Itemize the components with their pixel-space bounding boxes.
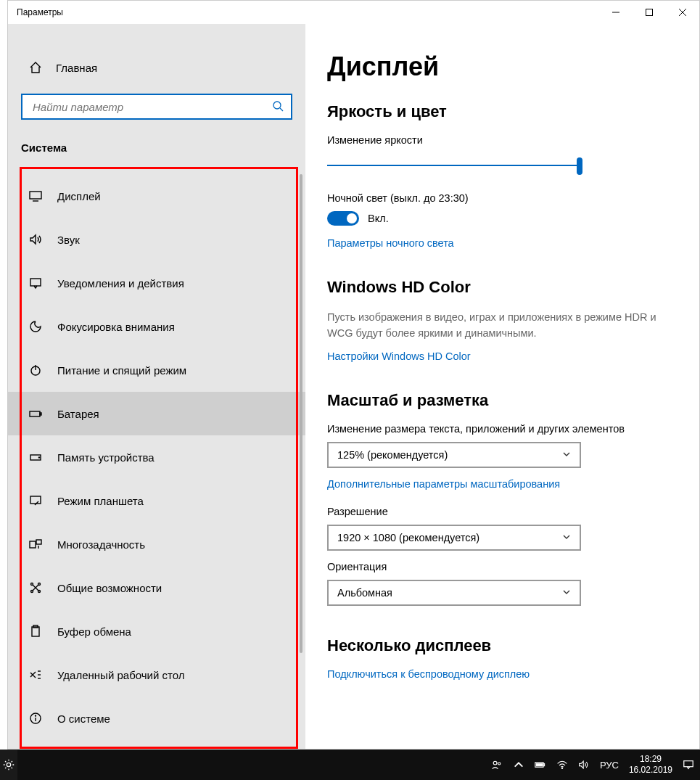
remote-icon [28,668,43,682]
notifications-icon [28,276,43,290]
chevron-down-icon [562,532,571,543]
nav-item-display[interactable]: Дисплей [8,174,305,218]
svg-rect-15 [30,496,41,504]
close-button[interactable] [666,1,699,24]
hdcolor-desc: Пусть изображения в видео, играх и прило… [327,310,678,342]
svg-rect-11 [30,411,40,416]
action-center-icon[interactable] [683,759,694,771]
shared-icon [28,580,43,595]
orientation-label: Ориентация [327,561,678,572]
chevron-down-icon [562,449,571,461]
resolution-dropdown[interactable]: 1920 × 1080 (рекомендуется) [327,525,581,551]
hdcolor-heading: Windows HD Color [327,278,678,297]
svg-rect-16 [30,541,36,548]
content-area: Дисплей Яркость и цвет Изменение яркости… [305,24,699,749]
taskbar: РУС 18:29 16.02.2019 [0,750,700,780]
nav-item-remote[interactable]: Удаленный рабочий стол [8,653,305,697]
svg-rect-35 [543,763,545,765]
nav-item-sound[interactable]: Звук [8,218,305,261]
category-label: Система [8,120,305,167]
maximize-button[interactable] [633,1,666,24]
page-title: Дисплей [327,52,678,82]
nightlight-toggle[interactable] [327,211,359,226]
sidebar: Главная Система Дисплей [8,24,305,749]
display-icon [28,189,43,203]
volume-icon[interactable] [578,759,590,771]
titlebar: Параметры [8,1,699,24]
home-label: Главная [56,62,97,74]
battery-icon [28,406,43,421]
svg-rect-8 [30,279,41,286]
brightness-label: Изменение яркости [327,134,678,146]
system-tray: РУС 18:29 16.02.2019 [491,754,694,776]
svg-rect-12 [40,413,41,415]
svg-rect-1 [646,9,653,16]
power-icon [28,363,43,377]
tray-chevron-icon[interactable] [513,759,524,771]
scale-label: Изменение размера текста, приложений и д… [327,423,678,435]
nav-area: Дисплей Звук Уведомления и действия Фоку… [8,167,305,749]
svg-point-33 [498,763,500,765]
scale-heading: Масштаб и разметка [327,391,678,410]
search-box[interactable] [21,94,292,120]
language-indicator[interactable]: РУС [600,760,619,771]
scale-dropdown[interactable]: 125% (рекомендуется) [327,442,581,468]
settings-gear-icon[interactable] [0,750,17,780]
window-body: Главная Система Дисплей [8,24,699,749]
search-input[interactable] [33,101,272,113]
nav-item-battery[interactable]: Батарея [8,392,305,435]
nav-item-multitask[interactable]: Многозадачность [8,522,305,566]
scrollbar[interactable] [300,174,302,653]
nav-item-clipboard[interactable]: Буфер обмена [8,609,305,653]
nav-item-shared[interactable]: Общие возможности [8,566,305,609]
search-icon [272,100,284,114]
svg-rect-6 [30,192,41,199]
svg-point-31 [7,763,10,766]
about-icon [28,711,43,726]
svg-rect-17 [36,540,41,544]
nightlight-settings-link[interactable]: Параметры ночного света [327,237,454,249]
home-icon [28,60,43,75]
slider-thumb[interactable] [577,157,582,175]
clock[interactable]: 18:29 16.02.2019 [629,754,672,776]
svg-point-32 [493,761,497,765]
brightness-heading: Яркость и цвет [327,102,678,121]
wireless-display-link[interactable]: Подключиться к беспроводному дисплею [327,668,530,680]
chevron-down-icon [562,587,571,599]
svg-point-4 [273,102,281,109]
nightlight-label: Ночной свет (выкл. до 23:30) [327,192,678,204]
svg-rect-36 [536,763,542,765]
svg-rect-38 [684,761,693,767]
storage-icon [28,450,43,464]
svg-point-30 [36,715,36,716]
multidisplay-heading: Несколько дисплеев [327,636,678,655]
tablet-icon [28,493,43,508]
people-icon[interactable] [491,759,503,771]
minimize-button[interactable] [599,1,633,24]
nav-item-about[interactable]: О системе [8,697,305,740]
svg-point-14 [38,457,39,458]
nav-item-focus[interactable]: Фокусировка внимания [8,305,305,348]
scale-advanced-link[interactable]: Дополнительные параметры масштабирования [327,478,560,490]
sound-icon [28,232,43,247]
multitask-icon [28,537,43,551]
clipboard-icon [28,624,43,639]
nav-item-power[interactable]: Питание и спящий режим [8,348,305,392]
svg-line-5 [280,108,283,111]
window-controls [599,1,699,24]
brightness-slider[interactable] [327,153,581,182]
resolution-label: Разрешение [327,506,678,517]
wifi-icon[interactable] [556,759,568,771]
svg-rect-23 [32,627,39,636]
focus-icon [28,319,43,334]
toggle-label: Вкл. [368,213,389,224]
svg-point-37 [561,768,562,768]
nav-item-notifications[interactable]: Уведомления и действия [8,261,305,305]
hdcolor-link[interactable]: Настройки Windows HD Color [327,350,471,362]
nav-list: Дисплей Звук Уведомления и действия Фоку… [8,167,305,740]
orientation-dropdown[interactable]: Альбомная [327,580,581,606]
battery-tray-icon[interactable] [535,759,546,771]
nav-item-storage[interactable]: Память устройства [8,435,305,479]
nav-item-tablet[interactable]: Режим планшета [8,479,305,522]
home-button[interactable]: Главная [8,53,305,82]
